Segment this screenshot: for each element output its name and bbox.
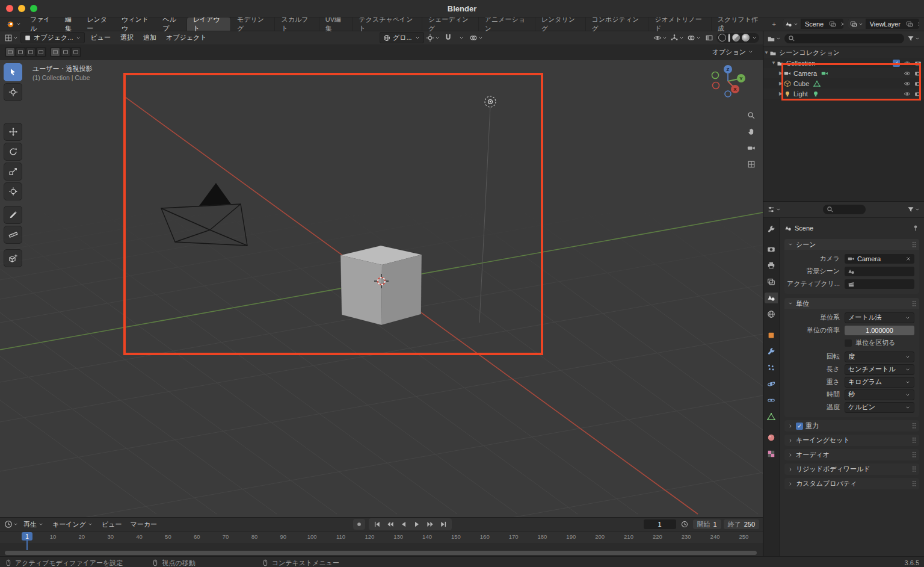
- expand-arrow-icon[interactable]: ▼: [763, 50, 769, 55]
- playhead-marker[interactable]: 1: [22, 532, 32, 541]
- outliner-row-cube[interactable]: ▶ Cube: [763, 78, 924, 88]
- properties-filter-button[interactable]: [907, 204, 921, 215]
- pan-hand-icon[interactable]: [745, 125, 758, 138]
- tab-material[interactable]: [765, 432, 778, 443]
- workspace-tab-scripting[interactable]: スクリプト作成: [711, 17, 768, 31]
- xray-toggle-button[interactable]: [703, 33, 715, 43]
- viewport-menu-add[interactable]: 追加: [139, 31, 161, 45]
- workspace-tab-shading[interactable]: シェーディング: [422, 17, 478, 31]
- mode-select[interactable]: オブジェク...: [20, 32, 85, 43]
- background-scene-field[interactable]: [845, 267, 914, 276]
- tab-modifiers[interactable]: [765, 346, 778, 357]
- camera-view-icon[interactable]: [745, 141, 758, 155]
- timeline-ruler[interactable]: 1020304050607080901001101201301401501601…: [0, 531, 763, 544]
- transform-tool-button[interactable]: [4, 182, 22, 200]
- mass-unit-select[interactable]: キログラム: [845, 377, 914, 388]
- unlink-scene-button[interactable]: [838, 19, 843, 29]
- jump-to-end-button[interactable]: [437, 519, 449, 530]
- tab-object-data[interactable]: [765, 411, 778, 422]
- gizmos-toggle-button[interactable]: [670, 33, 685, 43]
- viewport-menu-view[interactable]: ビュー: [86, 31, 115, 45]
- light-object[interactable]: [485, 96, 496, 107]
- navigation-gizmo[interactable]: Z Y X: [710, 63, 746, 99]
- menu-edit[interactable]: 編集: [60, 17, 82, 31]
- pin-icon[interactable]: [912, 225, 919, 232]
- play-button[interactable]: [411, 519, 423, 530]
- section-rigid-body-world[interactable]: リジッドボディワールド: [784, 463, 919, 475]
- zoom-icon[interactable]: [745, 109, 758, 122]
- outliner-row-camera[interactable]: ▶ Camera: [763, 68, 924, 78]
- viewlayer-browse-button[interactable]: [848, 19, 866, 29]
- cursor-tool-button[interactable]: [4, 83, 22, 101]
- current-frame-field[interactable]: 1: [644, 519, 676, 529]
- tab-texture[interactable]: [765, 448, 778, 459]
- outliner-row-scene-collection[interactable]: ▼ シーンコレクション: [763, 48, 924, 58]
- clear-icon[interactable]: [905, 256, 911, 262]
- shading-wireframe-button[interactable]: [718, 34, 726, 42]
- blender-menu-button[interactable]: [2, 17, 25, 31]
- outliner-row-light[interactable]: ▶ Light: [763, 88, 924, 99]
- overlays-toggle-button[interactable]: [686, 33, 702, 43]
- render-visibility-icon[interactable]: [914, 70, 922, 77]
- render-visibility-icon[interactable]: [914, 90, 922, 98]
- select-tweak-toggle[interactable]: [5, 48, 15, 57]
- select-circle-toggle[interactable]: [26, 48, 35, 57]
- workspace-tab-compositing[interactable]: コンポジティング: [585, 17, 648, 31]
- menu-window[interactable]: ウィンドウ: [117, 17, 158, 31]
- unit-scale-field[interactable]: 1.000000: [845, 326, 914, 335]
- auto-keying-record-button[interactable]: [353, 519, 365, 530]
- section-audio[interactable]: オーディオ: [784, 449, 919, 460]
- section-gravity[interactable]: ✓ 重力: [784, 420, 919, 432]
- properties-search-input[interactable]: [823, 205, 866, 214]
- tab-world[interactable]: [765, 309, 778, 320]
- section-keying-sets[interactable]: キーイングセット: [784, 435, 919, 446]
- viewport-menu-object[interactable]: オブジェクト: [162, 31, 211, 45]
- shading-settings-chevron-icon[interactable]: [751, 35, 757, 41]
- tab-physics[interactable]: [765, 379, 778, 389]
- new-scene-button[interactable]: [827, 19, 838, 29]
- active-clip-field[interactable]: [845, 279, 914, 289]
- tab-constraints[interactable]: [765, 395, 778, 406]
- timeline-menu-marker[interactable]: マーカー: [126, 518, 162, 531]
- select-extend-toggle[interactable]: [61, 48, 70, 57]
- snap-toggle-button[interactable]: [442, 33, 454, 43]
- workspace-tab-geonodes[interactable]: ジオメトリノード: [648, 17, 711, 31]
- select-box-toggle[interactable]: [16, 48, 25, 57]
- expand-arrow-icon[interactable]: ▶: [778, 91, 784, 96]
- hide-eye-icon[interactable]: [904, 80, 911, 87]
- render-visibility-icon[interactable]: [914, 60, 922, 67]
- menu-file[interactable]: ファイル: [25, 17, 60, 31]
- rotate-tool-button[interactable]: [4, 143, 22, 161]
- gravity-checkbox[interactable]: ✓: [796, 423, 803, 430]
- viewlayer-name-field[interactable]: ViewLayer: [866, 20, 904, 28]
- timeline-scrollbar[interactable]: [5, 551, 757, 555]
- workspace-tab-sculpting[interactable]: スカルプト: [274, 17, 318, 31]
- snap-settings-button[interactable]: [455, 33, 467, 43]
- tab-viewlayer[interactable]: [765, 276, 778, 287]
- object-visibility-button[interactable]: [653, 33, 668, 43]
- remove-viewlayer-button[interactable]: [915, 19, 919, 29]
- measure-tool-button[interactable]: [4, 226, 22, 244]
- workspace-tab-animation[interactable]: アニメーション: [478, 17, 535, 31]
- frame-end-field[interactable]: 終了250: [724, 519, 759, 529]
- shading-rendered-button[interactable]: [742, 34, 750, 42]
- scene-camera-field[interactable]: Camera: [845, 254, 914, 264]
- workspace-tab-texpaint[interactable]: テクスチャペイント: [352, 17, 421, 31]
- proportional-edit-button[interactable]: [469, 33, 484, 43]
- length-unit-select[interactable]: センチメートル: [845, 364, 914, 375]
- hide-eye-icon[interactable]: [904, 90, 911, 98]
- next-keyframe-button[interactable]: [424, 519, 436, 530]
- tab-tool[interactable]: [765, 224, 778, 235]
- time-unit-select[interactable]: 秒: [845, 389, 914, 400]
- add-cube-tool-button[interactable]: [4, 249, 22, 267]
- new-viewlayer-button[interactable]: [904, 19, 915, 29]
- play-reverse-button[interactable]: [398, 519, 410, 530]
- timeline-menu-keying[interactable]: キーイング: [48, 518, 97, 531]
- transform-orientation-select[interactable]: グロ...: [380, 32, 424, 43]
- timeline-menu-playback[interactable]: 再生: [19, 518, 48, 531]
- shading-material-button[interactable]: [732, 34, 740, 42]
- hide-eye-icon[interactable]: [904, 70, 911, 77]
- previous-keyframe-button[interactable]: [384, 519, 396, 530]
- outliner-editor-type-button[interactable]: [766, 33, 782, 44]
- temperature-unit-select[interactable]: ケルビン: [845, 402, 914, 413]
